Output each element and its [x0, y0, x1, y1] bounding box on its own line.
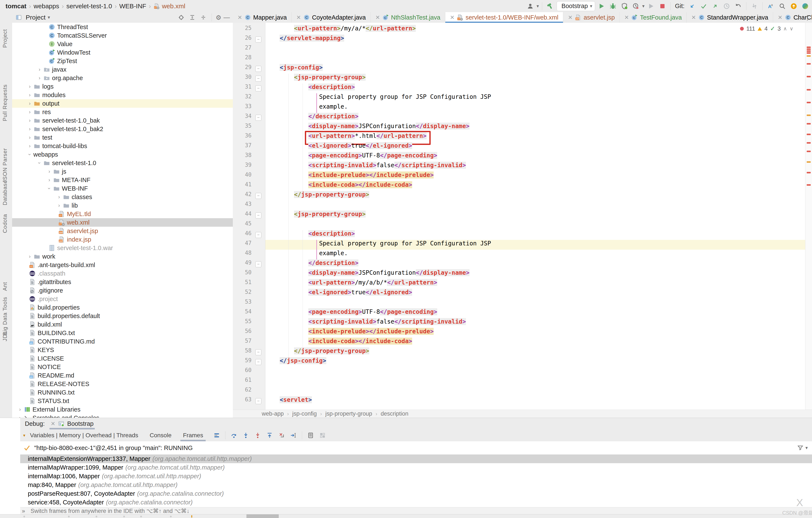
rollback-button[interactable] [733, 1, 743, 11]
fold-marker-icon[interactable]: − [255, 193, 261, 199]
runtocursor-button[interactable] [288, 430, 298, 440]
xml-breadcrumb-item[interactable]: web-app [262, 410, 284, 417]
tree-item-threadtest[interactable]: CThreadTest [12, 23, 233, 31]
stepout-button[interactable] [264, 430, 275, 440]
toolwindow-button-codota[interactable]: Codota [2, 214, 8, 233]
stack-frame[interactable]: internalMap:1006, Mapper(org.apache.tomc… [20, 472, 812, 481]
tree-item-lib[interactable]: ›lib [12, 201, 233, 210]
hide-panel-icon[interactable]: — [224, 14, 230, 21]
close-icon[interactable]: ✕ [625, 14, 629, 21]
expandsel-button[interactable] [199, 13, 208, 22]
locate-button[interactable] [177, 13, 186, 22]
chevron-right-icon[interactable]: › [26, 100, 33, 107]
toolwindow-button-jdl[interactable]: JDL [2, 331, 8, 341]
tree-item-license[interactable]: LICENSE [12, 354, 233, 363]
editor-tab-coyoteadapter.java[interactable]: ✕CCoyoteAdapter.java [292, 12, 371, 23]
tree-item-tomcatsslserver[interactable]: CTomcatSSLServer [12, 31, 233, 40]
close-icon[interactable]: ✕ [237, 14, 242, 21]
fold-marker-icon[interactable]: − [255, 36, 261, 42]
breadcrumb-item[interactable]: web.xml [162, 3, 185, 10]
fold-marker-icon[interactable]: − [255, 212, 261, 219]
tree-item-servelet-test-1.0.war[interactable]: servelet-test-1.0.war [12, 244, 233, 252]
fold-marker-icon[interactable]: − [255, 232, 261, 238]
push-button[interactable] [710, 1, 720, 11]
chevron-down-icon[interactable]: ▾ [536, 3, 539, 9]
code-line-51[interactable]: <url-pattern>/my/a/b/*</url-pattern> [265, 279, 805, 289]
tree-item-web-inf[interactable]: ›WEB-INF [12, 184, 233, 193]
close-icon[interactable]: ✕ [51, 421, 55, 427]
editor-tab-standardwrapper.java[interactable]: ✕CStandardWrapper.java [687, 12, 773, 23]
chevron-down-icon[interactable]: › [46, 185, 52, 192]
code-line-55[interactable]: <scripting-invalid>false</scripting-inva… [265, 318, 805, 328]
xml-breadcrumbs[interactable]: web-app›jsp-config›jsp-property-group›de… [233, 410, 812, 418]
stripe-mark[interactable] [807, 151, 811, 152]
xml-breadcrumb-item[interactable]: jsp-property-group [325, 410, 372, 417]
tree-item-work[interactable]: ›work [12, 252, 233, 261]
threadsview-button[interactable] [212, 430, 222, 440]
close-icon[interactable]: ✕ [691, 14, 696, 21]
stripe-mark[interactable] [807, 52, 811, 54]
code-line-60[interactable] [265, 367, 805, 377]
debug-session-tab[interactable]: ✕ Bootstrap [51, 418, 94, 429]
toolwindow-button-json-parser[interactable]: JSON Parser [2, 148, 8, 183]
code-line-62[interactable] [265, 386, 805, 396]
code-line-53[interactable] [265, 298, 805, 308]
history-button[interactable] [722, 1, 732, 11]
stack-frame[interactable]: postParseRequest:807, CoyoteAdapter(org.… [20, 489, 812, 498]
stripe-mark[interactable] [807, 49, 811, 50]
project-panel-title[interactable]: Project [26, 14, 46, 21]
dropframe-button[interactable] [277, 430, 287, 440]
code-line-43[interactable] [265, 201, 805, 210]
code-line-41[interactable]: <include-coda></include-coda> [265, 181, 805, 191]
fold-marker-icon[interactable]: − [255, 66, 261, 72]
code-line-26[interactable]: </servlet-mapping> [265, 35, 805, 45]
thread-status-row[interactable]: "http-bio-8080-exec-1"@2,451 in group "m… [20, 441, 812, 455]
tree-item-webapps[interactable]: ›webapps [12, 150, 233, 159]
editor-tab-testfound.java[interactable]: ✕CTestFound.java [620, 12, 687, 23]
breadcrumb-item[interactable]: WEB-INF [119, 3, 146, 10]
xml-breadcrumb-item[interactable]: jsp-config [292, 410, 317, 417]
tree-item-classes[interactable]: ›classes [12, 193, 233, 201]
tree-item-servelet-test-1.0-bak[interactable]: ›servelet-test-1.0_bak [12, 116, 233, 125]
calc-button[interactable] [306, 430, 316, 440]
chevron-right-icon[interactable]: › [36, 66, 43, 73]
tree-item-test[interactable]: ›test [12, 133, 233, 142]
tree-item-output[interactable]: ›output [12, 99, 233, 108]
chevron-down-icon[interactable]: ⌄ [795, 14, 801, 21]
chevron-right-icon[interactable]: › [26, 117, 33, 123]
chevron-right-icon[interactable]: › [46, 169, 53, 174]
fold-marker-icon[interactable]: − [255, 359, 261, 365]
stripe-mark[interactable] [807, 115, 811, 116]
chevron-down-icon[interactable]: › [36, 160, 42, 167]
stripe-mark[interactable] [807, 172, 811, 173]
filter-icon[interactable] [797, 444, 804, 451]
breadcrumb[interactable]: tomcat›webapps›servelet-test-1.0›WEB-INF… [5, 0, 185, 12]
stripe-mark[interactable] [807, 102, 811, 103]
tree-item-myel.tld[interactable]: <>MyEL.tld [12, 210, 233, 218]
playgray-button[interactable] [646, 1, 656, 11]
tree-item-javax[interactable]: ›javax [12, 65, 233, 74]
code-line-50[interactable]: <display-name>JSPConfiguration</display-… [265, 269, 805, 279]
stripe-mark[interactable] [807, 161, 811, 163]
commit-button[interactable] [699, 1, 709, 11]
chevron-down-icon[interactable]: › [27, 151, 33, 158]
code-line-57[interactable]: <include-coda></include-coda> [265, 338, 805, 347]
tree-item-org.apache[interactable]: ›org.apache [12, 74, 233, 82]
error-stripe[interactable] [805, 23, 812, 418]
tree-item-web.xml[interactable]: <?web.xml [12, 218, 233, 227]
xml-breadcrumb-item[interactable]: description [381, 410, 409, 417]
tree-item-build.properties[interactable]: build.properties [12, 303, 233, 312]
chevron-down-icon[interactable]: ▾ [642, 3, 645, 9]
stepinto-button[interactable] [241, 430, 251, 440]
play-button[interactable] [597, 1, 607, 11]
stripe-mark[interactable] [807, 184, 811, 186]
tree-item-readme.md[interactable]: MDREADME.md [12, 371, 233, 380]
tree-item-.ant-targets-build.xml[interactable]: <>.ant-targets-build.xml [12, 261, 233, 269]
hidden-tabs-icon[interactable]: ▾ [23, 433, 25, 438]
sphere-button[interactable] [800, 1, 810, 11]
tree-item-js[interactable]: ›js [12, 167, 233, 176]
chevron-right-icon[interactable]: › [26, 254, 33, 259]
chevron-right-icon[interactable]: › [26, 135, 33, 140]
tree-item-status.txt[interactable]: STATUS.txt [12, 397, 233, 405]
expand-hint-icon[interactable]: » [22, 508, 25, 514]
